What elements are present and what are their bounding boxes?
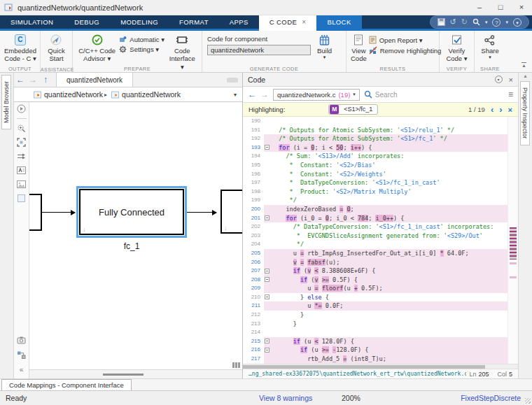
model-browser-tab[interactable]: Model Browser <box>1 75 11 129</box>
undo-icon[interactable]: ↺ <box>450 18 456 26</box>
code-line-213[interactable]: 213 } <box>243 320 507 329</box>
search-input[interactable] <box>375 91 459 99</box>
fold-toggle-icon[interactable] <box>265 269 270 273</box>
build-button[interactable]: Build ▾ <box>315 33 334 62</box>
model-document-tab[interactable]: quantizedNetwork <box>56 73 133 87</box>
code-line-203[interactable]: 203 * EVCGNDSliceAssignment generated fr… <box>243 232 507 241</box>
code-line-210[interactable]: 210 } else { <box>243 293 507 302</box>
file-dropdown[interactable]: quantizedNetwork.c (19) ▾ <box>273 89 360 101</box>
code-line-207[interactable]: 207 if (v < 8.388608E+6F) { <box>243 267 507 276</box>
toolstrip-tab-block[interactable]: BLOCK <box>316 15 361 29</box>
code-line-198[interactable]: 198 * Product: '<S2>/Matrix Multiply' <box>243 187 507 197</box>
help-dropdown-icon[interactable]: ▾ <box>505 20 508 24</box>
toolstrip-tab-modeling[interactable]: MODELING <box>110 15 169 29</box>
code-line-214[interactable]: 214 <box>243 328 507 337</box>
tab-close-icon[interactable]: × <box>302 18 306 26</box>
canvas-corner-grip-icon[interactable] <box>232 362 240 368</box>
code-forward-icon[interactable]: → <box>260 90 269 99</box>
panel-menu-icon[interactable]: ≡ <box>508 90 513 99</box>
nav-back-icon[interactable]: ← <box>14 75 27 85</box>
fold-toggle-icon[interactable] <box>265 277 270 282</box>
code-line-201[interactable]: 201 for (i_0 = 0; i_0 < 784; i_0++) { <box>243 214 507 223</box>
scrollbar-thumb[interactable] <box>510 227 517 260</box>
code-line-204[interactable]: 204 */ <box>243 240 507 249</box>
settings-menu[interactable]: Settings ▾ <box>119 45 164 53</box>
code-line-194[interactable]: 194 /* Sum: '<S13>/Add' incorporates: <box>243 152 507 161</box>
close-button[interactable]: × <box>511 0 532 15</box>
fold-toggle-icon[interactable] <box>265 294 270 299</box>
quick-start-button[interactable]: Quick Start <box>46 33 66 64</box>
component-input[interactable] <box>207 45 311 55</box>
code-line-211[interactable]: 211 u *= 0.0F; <box>243 301 507 311</box>
signal-wire-in[interactable] <box>42 212 75 213</box>
collapse-strip-icon[interactable]: ▲ <box>523 73 528 78</box>
schematic-icon[interactable] <box>17 350 26 360</box>
code-line-200[interactable]: 200 indexZeroBased = 0; <box>243 205 507 214</box>
code-line-192[interactable]: 192 /* Outputs for Atomic SubSystem: '<S… <box>243 134 507 143</box>
code-line-190[interactable]: 190 <box>243 117 507 126</box>
code-line-217[interactable]: 217 rtb_Add_5 = (int8_T)u; <box>243 355 507 364</box>
collapse-palette-icon[interactable]: « <box>17 365 26 374</box>
code-line-208[interactable]: 208 if (v >= 0.5F) { <box>243 276 507 285</box>
automatic-menu[interactable]: Automatic ▾ <box>119 36 164 43</box>
viewmarks-icon[interactable] <box>17 336 26 345</box>
minimize-button[interactable]: – <box>469 0 490 15</box>
area-icon[interactable] <box>17 194 26 203</box>
nav-forward-icon[interactable]: → <box>27 75 39 85</box>
fold-toggle-icon[interactable] <box>265 339 270 343</box>
annotation-icon[interactable] <box>17 166 26 175</box>
help-icon[interactable]: ? <box>492 18 500 27</box>
panel-minimize-icon[interactable]: ▾ <box>495 76 503 83</box>
fold-toggle-icon[interactable] <box>265 145 270 150</box>
code-line-206[interactable]: 206 v = fabsf(u); <box>243 258 507 267</box>
image-icon[interactable] <box>17 180 26 189</box>
code-line-195[interactable]: 195 * Constant: '<S2>/Bias' <box>243 161 507 170</box>
code-line-212[interactable]: 212 } <box>243 311 507 320</box>
tab-overflow-badge[interactable] <box>227 78 238 83</box>
collapse-ribbon-icon[interactable]: ▲ <box>522 62 526 68</box>
signal-wire-out[interactable] <box>187 212 216 213</box>
breadcrumb-caret-icon[interactable]: ▾ <box>234 92 237 98</box>
zoom-in-icon[interactable] <box>17 124 26 133</box>
toolstrip-tab-format[interactable]: FORMAT <box>169 15 219 29</box>
next-highlight-icon[interactable]: › <box>499 105 502 114</box>
code-line-199[interactable]: 199 */ <box>243 196 507 205</box>
code-line-197[interactable]: 197 * DataTypeConversion: '<S1>/fc_1_in_… <box>243 178 507 187</box>
code-line-205[interactable]: 205 u = rtb_ImpAsg_InsertedFor_Out_at_i[… <box>243 249 507 258</box>
resize-grip-icon[interactable] <box>525 398 531 404</box>
panel-close-icon[interactable]: × <box>509 76 513 84</box>
code-vertical-scrollbar[interactable] <box>507 117 518 364</box>
code-back-icon[interactable]: ← <box>248 90 256 99</box>
code-advisor-button[interactable]: C/C++ Code Advisor ▾ <box>75 33 119 64</box>
model-canvas[interactable]: Fully Connected ↓ fc_1 ↓ <box>29 102 242 369</box>
block-name-label[interactable]: fc_1 <box>79 241 184 251</box>
save-icon[interactable] <box>438 18 445 26</box>
toolstrip-tab-debug[interactable]: DEBUG <box>64 15 110 29</box>
toggle-explorer-icon[interactable] <box>17 104 26 113</box>
prev-highlight-icon[interactable]: ‹ <box>491 105 493 114</box>
open-report-menu[interactable]: Open Report ▾ <box>369 36 442 44</box>
code-line-216[interactable]: 216 if (u >= -128.0F) { <box>243 346 507 355</box>
code-line-215[interactable]: 215 if (u < 128.0F) { <box>243 337 507 346</box>
search-icon[interactable] <box>472 18 480 26</box>
upstream-block[interactable] <box>29 194 42 231</box>
maximize-button[interactable]: □ <box>490 0 511 15</box>
fit-to-view-icon[interactable] <box>17 138 26 147</box>
warnings-link[interactable]: View 8 warnings <box>259 394 312 402</box>
property-inspector-tab[interactable]: Property Inspector <box>520 81 530 145</box>
embedded-code-button[interactable]: C Embedded Code - C ▾ <box>2 33 38 64</box>
canvas-horizontal-scrollbar[interactable] <box>29 369 242 378</box>
code-line-202[interactable]: 202 /* DataTypeConversion: '<S1>/fc_1_in… <box>243 222 507 232</box>
code-mappings-tab[interactable]: Code Mappings - Component Interface <box>1 379 132 391</box>
highlighting-badge[interactable]: M <S1>/fc_1 <box>328 104 378 115</box>
breadcrumb-root[interactable]: quantizedNetwork <box>44 90 103 99</box>
signal-routing-icon[interactable] <box>17 152 26 161</box>
search-dropdown-icon[interactable]: ▾ <box>485 20 488 24</box>
code-horizontal-scrollbar[interactable] <box>243 364 518 369</box>
toolstrip-tab-simulation[interactable]: SIMULATION <box>0 15 64 29</box>
share-button[interactable]: Share ▾ <box>479 33 500 62</box>
remove-highlighting-button[interactable]: Remove Highlighting <box>369 46 442 55</box>
verify-code-button[interactable]: Verify Code ▾ <box>444 33 469 64</box>
breadcrumb-child[interactable]: quantizedNetwork <box>122 90 181 99</box>
nav-up-icon[interactable]: ↑ <box>39 75 52 85</box>
